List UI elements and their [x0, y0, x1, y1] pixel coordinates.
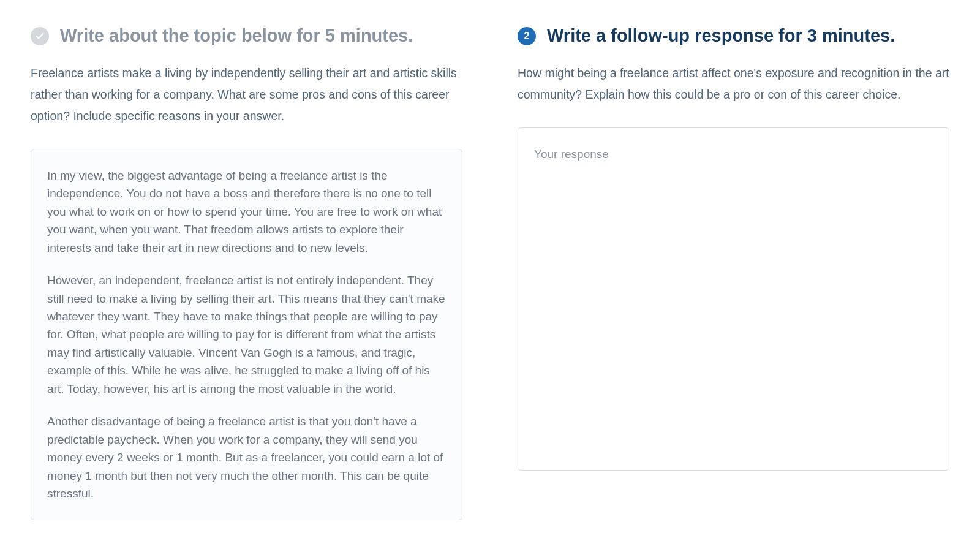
step-1-response: In my view, the biggest advantage of bei… — [31, 149, 462, 520]
response-paragraph: In my view, the biggest advantage of bei… — [47, 167, 446, 257]
step-2-column: 2 Write a follow-up response for 3 minut… — [518, 25, 949, 520]
step-2-prompt: How might being a freelance artist affec… — [518, 62, 949, 105]
response-input[interactable] — [518, 127, 949, 471]
step-2-heading: Write a follow-up response for 3 minutes… — [547, 25, 895, 48]
response-paragraph: Another disadvantage of being a freelanc… — [47, 412, 446, 502]
response-paragraph: However, an independent, freelance artis… — [47, 271, 446, 398]
check-icon — [31, 27, 49, 45]
step-2-header: 2 Write a follow-up response for 3 minut… — [518, 25, 949, 48]
step-1-prompt: Freelance artists make a living by indep… — [31, 62, 462, 127]
step-1-column: Write about the topic below for 5 minute… — [31, 25, 462, 520]
step-number-badge: 2 — [518, 27, 536, 45]
step-1-heading: Write about the topic below for 5 minute… — [60, 25, 413, 48]
step-1-header: Write about the topic below for 5 minute… — [31, 25, 462, 48]
